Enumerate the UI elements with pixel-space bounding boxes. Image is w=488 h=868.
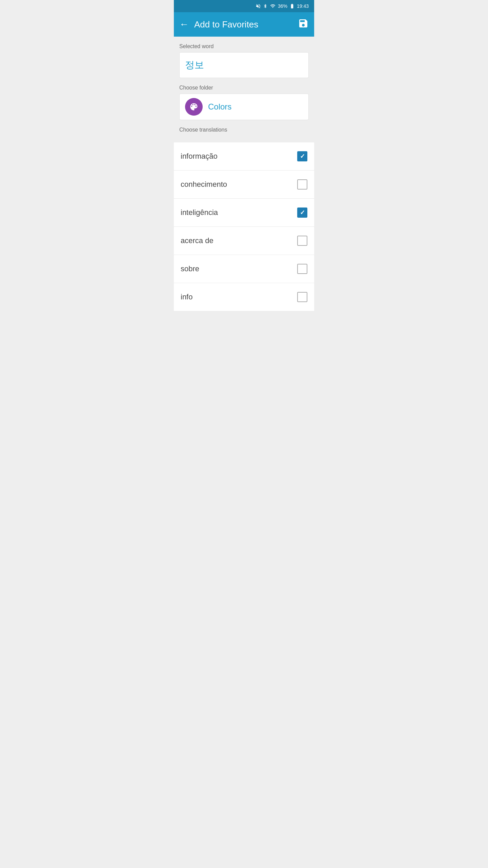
status-icons: 36% 19:43 <box>256 3 309 9</box>
back-button[interactable]: ← <box>179 20 189 29</box>
folder-selector[interactable]: Colors <box>179 94 309 120</box>
translation-checkbox[interactable] <box>297 264 307 274</box>
selected-word-value: 정보 <box>185 60 204 70</box>
save-icon-svg <box>298 18 309 29</box>
selected-word-label: Selected word <box>179 43 309 50</box>
translation-item[interactable]: inteligência <box>174 199 314 227</box>
palette-icon <box>189 102 199 112</box>
save-button[interactable] <box>298 18 309 31</box>
translation-text: informação <box>181 152 218 161</box>
translation-checkbox[interactable] <box>297 179 307 190</box>
selected-word-box: 정보 <box>179 52 309 78</box>
translation-checkbox[interactable] <box>297 151 307 161</box>
bluetooth-icon <box>263 3 268 9</box>
choose-translations-label: Choose translations <box>179 127 309 137</box>
app-bar-left: ← Add to Favorites <box>179 19 258 30</box>
translation-text: inteligência <box>181 208 218 217</box>
translation-checkbox[interactable] <box>297 236 307 246</box>
translation-checkbox[interactable] <box>297 292 307 302</box>
translation-text: sobre <box>181 264 199 273</box>
battery-icon <box>289 3 295 9</box>
translation-item[interactable]: acerca de <box>174 227 314 255</box>
translation-text: conhecimento <box>181 180 227 189</box>
translation-item[interactable]: informação <box>174 142 314 171</box>
translation-checkbox[interactable] <box>297 208 307 218</box>
app-bar-title: Add to Favorites <box>194 19 258 30</box>
translation-text: acerca de <box>181 236 214 245</box>
mute-icon <box>256 3 261 9</box>
signal-icon <box>270 3 276 9</box>
app-bar: ← Add to Favorites <box>174 12 314 37</box>
translation-item[interactable]: conhecimento <box>174 171 314 199</box>
translation-item[interactable]: sobre <box>174 255 314 283</box>
folder-name-text: Colors <box>208 102 231 112</box>
status-bar: 36% 19:43 <box>174 0 314 12</box>
battery-text: 36% <box>278 3 287 9</box>
time-text: 19:43 <box>297 3 309 9</box>
translation-item[interactable]: info <box>174 283 314 311</box>
choose-folder-label: Choose folder <box>179 85 309 91</box>
translations-list: informaçãoconhecimentointeligênciaacerca… <box>174 142 314 311</box>
folder-icon-circle <box>185 98 203 116</box>
translation-text: info <box>181 293 192 301</box>
content-area: Selected word 정보 Choose folder Colors Ch… <box>174 37 314 142</box>
